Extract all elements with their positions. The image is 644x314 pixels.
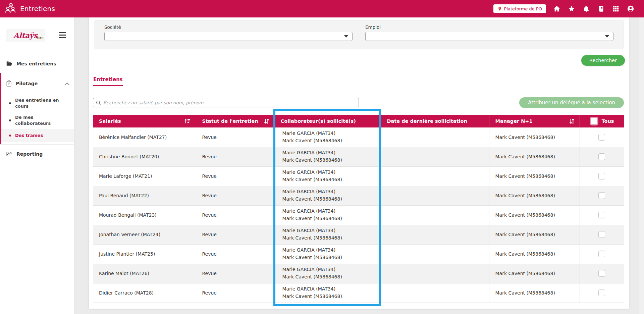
table-row[interactable]: Marie Laforge (MAT21) Revue Marie GARCIA…	[93, 166, 624, 186]
table-header-row: Salariés Statut de l'entretien	[93, 115, 624, 127]
pilotage-sub-list: Des entretiens en cours De mes collabora…	[0, 94, 74, 144]
sort-amount-icon[interactable]	[184, 118, 193, 124]
entretiens-table: Salariés Statut de l'entretien	[93, 115, 624, 303]
entretiens-app-icon	[4, 2, 17, 15]
cell-manager: Mark Cavent (M5868468)	[489, 186, 580, 205]
table-row[interactable]: Jonathan Verneer (MAT24) Revue Marie GAR…	[93, 225, 624, 244]
row-checkbox[interactable]	[598, 290, 605, 296]
filter-panel: Société Emploi	[94, 20, 624, 49]
cell-date	[381, 225, 489, 244]
emploi-label: Emploi	[365, 24, 613, 30]
cell-collaborateurs: Marie GARCIA (MAT34) Mark Cavent (M58684…	[274, 225, 381, 244]
account-icon[interactable]	[627, 5, 635, 13]
cell-salarie: Jonathan Verneer (MAT24)	[93, 225, 196, 244]
table-row[interactable]: Karine Malot (MAT26) Revue Marie GARCIA …	[93, 264, 624, 283]
cell-collaborateurs: Marie GARCIA (MAT34) Mark Cavent (M58684…	[274, 127, 381, 147]
cell-date	[381, 283, 489, 303]
table-row[interactable]: Paul Renaud (MAT22) Revue Marie GARCIA (…	[93, 186, 624, 205]
col-header-collaborateurs[interactable]: Collaborateur(s) sollicité(s)	[274, 115, 381, 127]
societe-select[interactable]	[104, 32, 353, 41]
cell-date	[381, 127, 489, 147]
brand-name: Altaÿs	[13, 31, 38, 40]
cell-statut: Revue	[196, 186, 274, 205]
col-header-salaries[interactable]: Salariés	[93, 115, 196, 127]
cell-statut: Revue	[196, 264, 274, 283]
cell-manager: Mark Cavent (M5868468)	[489, 205, 580, 225]
salarie-search-input[interactable]	[103, 100, 356, 105]
cell-collaborateurs: Marie GARCIA (MAT34) Mark Cavent (M58684…	[274, 166, 381, 186]
emploi-select[interactable]	[365, 32, 613, 41]
cell-salarie: Mourad Bengali (MAT23)	[93, 205, 196, 225]
cell-manager: Mark Cavent (M5868468)	[489, 244, 580, 264]
sort-arrows-icon[interactable]	[569, 118, 576, 124]
table-row[interactable]: Mourad Bengali (MAT23) Revue Marie GARCI…	[93, 205, 624, 225]
row-checkbox[interactable]	[598, 153, 605, 160]
cell-manager: Mark Cavent (M5868468)	[489, 127, 580, 147]
sidebar: Altaÿs SIRH Mes entretiens Pilotage	[0, 17, 74, 314]
col-header-manager[interactable]: Manager N+1	[489, 115, 580, 127]
sidebar-item-pilotage[interactable]: Pilotage	[0, 73, 74, 94]
cell-statut: Revue	[196, 147, 274, 166]
cell-manager: Mark Cavent (M5868468)	[489, 166, 580, 186]
cell-manager: Mark Cavent (M5868468)	[489, 264, 580, 283]
sidebar-item-reporting[interactable]: Reporting	[0, 145, 74, 164]
cell-statut: Revue	[196, 166, 274, 186]
cell-statut: Revue	[196, 283, 274, 303]
table-row[interactable]: Christine Bonnet (MAT20) Revue Marie GAR…	[93, 147, 624, 166]
altays-logo[interactable]: Altaÿs SIRH	[6, 29, 45, 42]
select-all-checkbox[interactable]	[591, 118, 597, 124]
caret-down-icon	[344, 35, 348, 38]
cell-date	[381, 244, 489, 264]
apps-grid-icon[interactable]	[612, 5, 620, 13]
table-row[interactable]: Didier Carraco (MAT28) Revue Marie GARCI…	[93, 283, 624, 303]
home-icon[interactable]	[553, 5, 561, 13]
menu-toggle-icon[interactable]	[59, 32, 66, 38]
cell-statut: Revue	[196, 205, 274, 225]
row-checkbox[interactable]	[598, 231, 605, 238]
filter-emploi: Emploi	[365, 24, 613, 49]
attribuer-delegue-button[interactable]: Attribuer un délégué à la sélection	[519, 97, 624, 108]
rechercher-button[interactable]: Rechercher	[581, 55, 625, 66]
table-row[interactable]: Bérénice Malfandier (MAT27) Revue Marie …	[93, 127, 624, 147]
search-icon	[96, 100, 101, 105]
table-row[interactable]: Justine Plantier (MAT25) Revue Marie GAR…	[93, 244, 624, 264]
sidebar-header: Altaÿs SIRH	[0, 17, 74, 54]
topbar-actions: Plateforme de PO	[493, 4, 635, 13]
sidebar-subitem-des-trames[interactable]: Des trames	[0, 129, 74, 142]
tab-entretiens[interactable]: Entretiens	[93, 76, 123, 86]
row-checkbox[interactable]	[598, 192, 605, 199]
page-scrollbar[interactable]	[639, 17, 644, 314]
platform-badge[interactable]: Plateforme de PO	[493, 4, 546, 13]
sidebar-item-label: Mes entretiens	[16, 61, 56, 66]
col-header-date-sollicitation[interactable]: Date de dernière sollicitation	[381, 115, 489, 127]
cell-statut: Revue	[196, 127, 274, 147]
cell-collaborateurs: Marie GARCIA (MAT34) Mark Cavent (M58684…	[274, 283, 381, 303]
star-icon[interactable]	[568, 5, 576, 13]
cell-salarie: Karine Malot (MAT26)	[93, 264, 196, 283]
sidebar-item-mes-entretiens[interactable]: Mes entretiens	[0, 54, 74, 73]
cell-salarie: Christine Bonnet (MAT20)	[93, 147, 196, 166]
cell-date	[381, 147, 489, 166]
manual-icon[interactable]	[597, 5, 605, 13]
sidebar-subitem-entretiens-en-cours[interactable]: Des entretiens en cours	[0, 95, 74, 112]
sort-arrows-icon[interactable]	[264, 118, 271, 124]
bullet-icon	[9, 135, 11, 137]
cell-date	[381, 205, 489, 225]
row-checkbox[interactable]	[598, 134, 605, 141]
sidebar-subitem-mes-collaborateurs[interactable]: De mes collaborateurs	[0, 112, 74, 129]
row-checkbox[interactable]	[598, 173, 605, 179]
bullet-icon	[9, 119, 11, 121]
societe-label: Société	[104, 24, 353, 30]
row-checkbox[interactable]	[598, 270, 605, 277]
cell-manager: Mark Cavent (M5868468)	[489, 283, 580, 303]
cell-collaborateurs: Marie GARCIA (MAT34) Mark Cavent (M58684…	[274, 244, 381, 264]
location-pin-icon	[497, 6, 502, 11]
cell-collaborateurs: Marie GARCIA (MAT34) Mark Cavent (M58684…	[274, 264, 381, 283]
col-header-statut[interactable]: Statut de l'entretien	[196, 115, 274, 127]
clipboard-icon	[6, 81, 11, 87]
cell-collaborateurs: Marie GARCIA (MAT34) Mark Cavent (M58684…	[274, 205, 381, 225]
app-title: Entretiens	[20, 5, 55, 13]
row-checkbox[interactable]	[598, 212, 605, 218]
bell-icon[interactable]	[582, 5, 590, 13]
row-checkbox[interactable]	[598, 251, 605, 257]
